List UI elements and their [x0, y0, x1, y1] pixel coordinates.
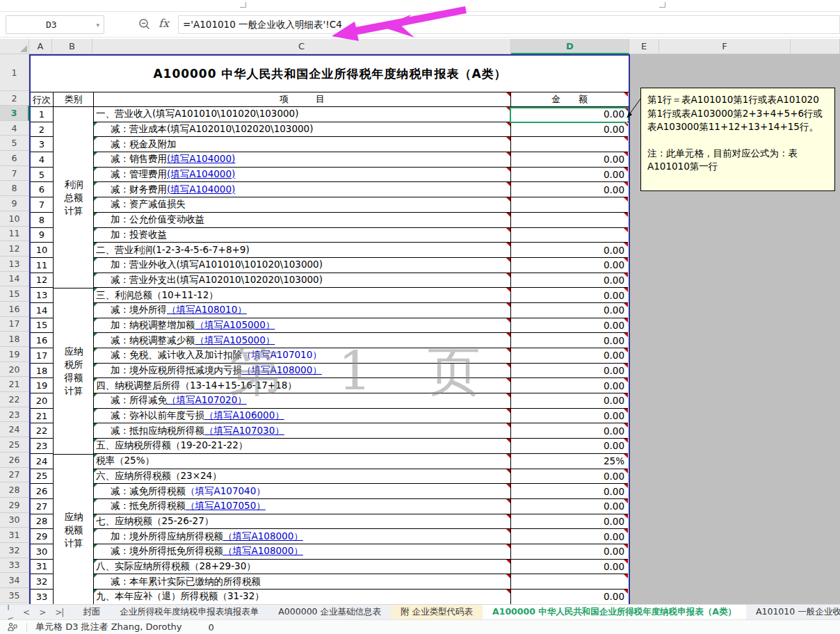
- amount-cell[interactable]: 0.00: [511, 333, 628, 348]
- line-number-cell[interactable]: 10: [31, 243, 54, 258]
- row-header-26[interactable]: 26: [0, 453, 29, 468]
- row-header-24[interactable]: 24: [0, 422, 29, 437]
- line-number-cell[interactable]: 19: [31, 378, 54, 393]
- row-header-20[interactable]: 20: [0, 362, 29, 377]
- row-header-4[interactable]: 4: [0, 121, 29, 136]
- item-cell[interactable]: 加：境外所得应纳所得税额（填写A108000）: [94, 529, 511, 544]
- sheet-tab[interactable]: 企业所得税年度纳税申报表填报表单: [110, 605, 268, 619]
- last-sheet-icon[interactable]: >|: [55, 605, 63, 619]
- item-cell[interactable]: 一、营业收入(填写A101010\101020\103000): [94, 107, 511, 122]
- formula-input[interactable]: ='A101010 一般企业收入明细表'!C4: [178, 15, 840, 34]
- amount-cell[interactable]: 0.00: [511, 303, 628, 318]
- item-cell[interactable]: 七、应纳税额（25-26-27）: [94, 514, 511, 530]
- line-number-cell[interactable]: 2: [31, 122, 54, 138]
- amount-cell[interactable]: [511, 228, 628, 243]
- amount-cell[interactable]: [511, 197, 628, 213]
- item-cell[interactable]: 减：抵免所得税额（填写A107050）: [94, 499, 511, 514]
- row-header-12[interactable]: 12: [0, 241, 29, 257]
- line-number-cell[interactable]: 15: [31, 318, 54, 334]
- amount-cell[interactable]: 0.00: [511, 469, 628, 485]
- item-cell[interactable]: 减：所得减免（填写A107020）: [94, 393, 511, 409]
- row-header-28[interactable]: 28: [0, 482, 29, 498]
- line-number-cell[interactable]: 8: [31, 213, 54, 228]
- line-number-cell[interactable]: 22: [31, 423, 54, 439]
- row-header-8[interactable]: 8: [0, 181, 29, 196]
- item-cell[interactable]: 加：投资收益: [94, 228, 511, 243]
- line-number-cell[interactable]: 26: [31, 484, 54, 499]
- row-header-18[interactable]: 18: [0, 332, 29, 347]
- line-number-cell[interactable]: 17: [31, 348, 54, 364]
- header-amount[interactable]: 金 额: [511, 92, 628, 106]
- fill-in-link[interactable]: （填写A107010）: [242, 349, 322, 361]
- item-cell[interactable]: 减：减免所得税额（填写A107040）: [94, 484, 511, 499]
- amount-cell[interactable]: 25%: [511, 454, 628, 469]
- fill-in-link[interactable]: （填写A107040）: [186, 485, 266, 498]
- row-header-17[interactable]: 17: [0, 317, 29, 332]
- amount-cell[interactable]: 0.00: [511, 378, 628, 393]
- amount-cell[interactable]: 0.00: [511, 484, 628, 499]
- amount-cell[interactable]: 0.00: [511, 152, 628, 168]
- amount-cell[interactable]: 0.00: [511, 423, 628, 439]
- item-cell[interactable]: 减：免税、减计收入及加计扣除（填写A107010）: [94, 348, 511, 364]
- column-header-A[interactable]: A: [29, 39, 52, 54]
- select-all-corner[interactable]: [0, 39, 29, 54]
- sheet-tab[interactable]: 封面: [73, 605, 110, 619]
- item-cell[interactable]: 加：营业外收入(填写A101010\101020\103000): [94, 258, 511, 273]
- item-cell[interactable]: 三、利润总额（10+11-12）: [94, 288, 511, 303]
- name-box[interactable]: D3 ▾: [6, 15, 104, 34]
- column-header-B[interactable]: B: [52, 39, 92, 54]
- item-cell[interactable]: 减：税金及附加: [94, 137, 511, 152]
- row-header-5[interactable]: 5: [0, 136, 29, 151]
- row-header-27[interactable]: 27: [0, 468, 29, 483]
- fill-in-link[interactable]: （填写A108000）: [223, 545, 303, 558]
- item-cell[interactable]: 税率（25%）: [94, 454, 511, 469]
- amount-cell[interactable]: 0.00: [511, 439, 628, 454]
- item-cell[interactable]: 二、营业利润(1-2-3-4-5-6-7+8+9): [94, 243, 511, 258]
- line-number-cell[interactable]: 27: [31, 499, 54, 514]
- line-number-cell[interactable]: 25: [31, 469, 54, 485]
- item-cell[interactable]: 减：抵扣应纳税所得额（填写A107030）: [94, 423, 511, 439]
- line-number-cell[interactable]: 21: [31, 409, 54, 424]
- line-number-cell[interactable]: 32: [31, 574, 54, 590]
- fill-in-link[interactable]: （填写A107050）: [186, 500, 266, 512]
- amount-cell[interactable]: 0.00: [511, 273, 628, 288]
- row-header-34[interactable]: 34: [0, 573, 29, 588]
- row-header-6[interactable]: 6: [0, 151, 29, 166]
- line-number-cell[interactable]: 31: [31, 560, 54, 575]
- item-cell[interactable]: 八、实际应纳所得税额（28+29-30）: [94, 560, 511, 575]
- item-cell[interactable]: 加：境外应税所得抵减境内亏损（填写A108000）: [94, 364, 511, 379]
- amount-cell[interactable]: 0.00: [511, 514, 628, 530]
- fill-in-link[interactable]: （填写A108010）: [167, 304, 247, 316]
- category-label-3[interactable]: 应纳税额计算: [54, 454, 94, 605]
- row-header-10[interactable]: 10: [0, 211, 29, 227]
- sheet-tab[interactable]: A101010 一般企业收入明细表: [746, 605, 840, 619]
- amount-cell[interactable]: 0.00: [511, 258, 628, 273]
- item-cell[interactable]: 减：弥补以前年度亏损（填写A106000）: [94, 409, 511, 424]
- fill-in-link[interactable]: （填写A105000）: [195, 319, 275, 332]
- fx-icon[interactable]: fx: [159, 17, 169, 30]
- item-cell[interactable]: 减：资产减值损失: [94, 197, 511, 213]
- line-number-cell[interactable]: 11: [31, 258, 54, 273]
- amount-cell[interactable]: 0.00: [511, 499, 628, 514]
- row-header-19[interactable]: 19: [0, 347, 29, 362]
- item-cell[interactable]: 六、应纳所得税额（23×24）: [94, 469, 511, 485]
- row-header-15[interactable]: 15: [0, 286, 29, 302]
- fill-in-link[interactable]: （填写A107030）: [204, 425, 284, 437]
- item-cell[interactable]: 加：公允价值变动收益: [94, 213, 511, 228]
- line-number-cell[interactable]: 6: [31, 182, 54, 197]
- line-number-cell[interactable]: 24: [31, 454, 54, 469]
- first-sheet-icon[interactable]: |<: [7, 604, 13, 619]
- amount-cell[interactable]: 0.00: [511, 243, 628, 258]
- amount-cell[interactable]: 0.00: [511, 364, 628, 379]
- row-header-23[interactable]: 23: [0, 407, 29, 423]
- amount-cell[interactable]: 0.00: [511, 182, 628, 197]
- item-cell[interactable]: 加：纳税调整增加额（填写A105000）: [94, 318, 511, 334]
- fill-in-link[interactable]: （填写A105000）: [195, 334, 275, 347]
- line-number-cell[interactable]: 23: [31, 439, 54, 454]
- category-label-2[interactable]: 应纳税所得额计算: [54, 288, 94, 454]
- line-number-cell[interactable]: 14: [31, 303, 54, 318]
- amount-cell[interactable]: 0.00: [511, 318, 628, 334]
- item-cell[interactable]: 九、本年应补（退）所得税额（31-32）: [94, 590, 511, 605]
- line-number-cell[interactable]: 28: [31, 514, 54, 530]
- amount-cell[interactable]: 0.00: [511, 122, 628, 138]
